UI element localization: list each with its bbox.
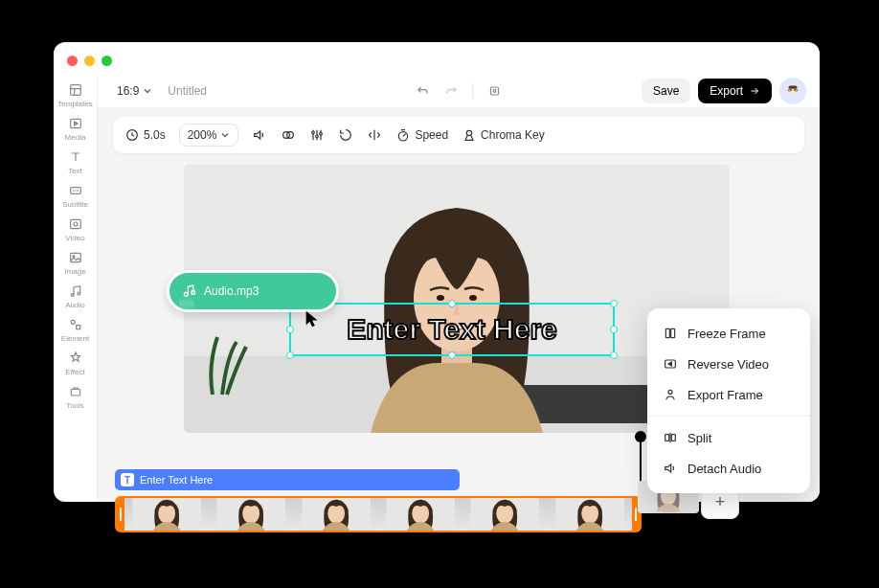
text-icon	[68, 149, 83, 165]
sidebar-item-image[interactable]: Image	[56, 250, 95, 276]
svg-point-80	[668, 390, 672, 394]
svg-point-27	[399, 132, 408, 141]
project-title-input[interactable]	[168, 84, 311, 98]
timeline-text-track[interactable]: T Enter Text Here	[115, 469, 460, 490]
crop-icon[interactable]	[487, 83, 503, 99]
sidebar-item-label: Audio	[65, 301, 84, 309]
volume-icon[interactable]	[252, 127, 267, 143]
menu-item-export-frame[interactable]: Export Frame	[647, 379, 810, 410]
sidebar-item-media[interactable]: Media	[56, 116, 95, 142]
chroma-icon	[462, 127, 477, 143]
resize-handle-e[interactable]	[610, 326, 618, 333]
header-center	[416, 83, 503, 99]
resize-handle-sw[interactable]	[286, 351, 294, 359]
timeline: T Enter Text Here	[115, 469, 705, 536]
svg-rect-81	[665, 435, 669, 441]
context-menu: Freeze Frame Reverse Video Export Frame …	[647, 308, 810, 493]
export-button[interactable]: Export	[698, 79, 772, 103]
svg-point-8	[78, 292, 80, 295]
clock-icon	[124, 127, 140, 143]
menu-item-label: Freeze Frame	[687, 327, 766, 341]
svg-point-34	[437, 295, 444, 301]
svg-rect-16	[789, 86, 798, 89]
export-label: Export	[710, 84, 743, 98]
svg-rect-5	[70, 253, 80, 261]
resize-handle-n[interactable]	[448, 300, 456, 307]
chevron-down-icon	[143, 86, 152, 96]
resize-handle-w[interactable]	[286, 326, 294, 333]
sidebar-item-templates[interactable]: Templates	[56, 82, 95, 108]
reverse-video-icon	[663, 356, 678, 372]
sidebar-item-label: Templates	[57, 100, 92, 108]
media-icon	[68, 116, 83, 131]
menu-item-label: Reverse Video	[687, 357, 769, 372]
sidebar-item-audio[interactable]: Audio	[56, 283, 95, 309]
stage: 5.0s 200% Speed Chroma Key	[98, 107, 820, 502]
minimize-window-button[interactable]	[84, 56, 95, 66]
duration-value: 5.0s	[144, 128, 166, 142]
timeline-video-track[interactable]	[115, 496, 642, 532]
text-track-icon: T	[121, 473, 134, 486]
resize-handle-s[interactable]	[448, 351, 456, 359]
flip-icon[interactable]	[367, 127, 382, 143]
clip-thumbnail	[548, 498, 632, 531]
aspect-ratio-select[interactable]: 16:9	[111, 80, 158, 102]
menu-item-label: Split	[687, 431, 711, 445]
window-controls	[67, 56, 112, 66]
menu-item-label: Export Frame	[687, 388, 763, 402]
svg-point-24	[312, 131, 315, 134]
audio-tag[interactable]: Audio.mp3	[167, 270, 339, 312]
audio-filename: Audio.mp3	[204, 284, 259, 298]
menu-item-split[interactable]: Split	[647, 422, 810, 453]
chroma-key-button[interactable]: Chroma Key	[462, 127, 545, 143]
svg-point-7	[71, 294, 74, 297]
sidebar-item-subtitle[interactable]: Subtitle	[56, 183, 95, 209]
undo-icon[interactable]	[416, 83, 431, 99]
tools-icon	[68, 384, 83, 399]
sidebar-item-text[interactable]: Text	[56, 149, 95, 175]
effect-icon	[68, 351, 83, 366]
redo-icon[interactable]	[444, 83, 460, 99]
menu-item-reverse-video[interactable]: Reverse Video	[647, 349, 810, 379]
sidebar-item-label: Image	[64, 267, 85, 276]
sidebar-item-label: Subtitle	[62, 200, 88, 209]
zoom-select[interactable]: 200%	[179, 124, 239, 147]
close-window-button[interactable]	[67, 56, 78, 66]
clip-thumbnail	[294, 498, 378, 531]
maximize-window-button[interactable]	[101, 56, 112, 66]
rotate-icon[interactable]	[338, 127, 353, 143]
arrow-right-icon	[749, 85, 760, 97]
speed-button[interactable]: Speed	[395, 127, 448, 143]
sidebar-item-video[interactable]: Video	[56, 216, 95, 242]
sidebar-item-effect[interactable]: Effect	[56, 351, 95, 376]
export-frame-icon	[663, 387, 678, 402]
resize-handle-ne[interactable]	[610, 300, 618, 307]
save-button[interactable]: Save	[642, 79, 690, 103]
svg-point-25	[316, 135, 319, 138]
text-overlay-content: Enter Text Here	[347, 313, 557, 346]
chroma-label: Chroma Key	[481, 128, 545, 142]
element-icon	[68, 317, 83, 332]
menu-item-freeze-frame[interactable]: Freeze Frame	[647, 318, 810, 349]
sidebar-item-element[interactable]: Element	[56, 317, 95, 343]
text-overlay-box[interactable]: Enter Text Here	[289, 303, 615, 356]
svg-point-9	[71, 320, 75, 324]
sidebar-item-tools[interactable]: Tools	[56, 384, 95, 410]
audio-icon	[68, 283, 83, 299]
svg-rect-10	[76, 326, 79, 329]
adjust-icon[interactable]	[309, 127, 325, 143]
detach-audio-icon	[663, 461, 678, 476]
duration-display[interactable]: 5.0s	[124, 127, 166, 143]
templates-icon	[68, 82, 83, 98]
avatar-face-icon	[782, 80, 803, 102]
menu-item-detach-audio[interactable]: Detach Audio	[647, 453, 810, 484]
svg-rect-3	[70, 219, 80, 228]
sidebar: Templates Media Text Subtitle Video Imag…	[54, 75, 98, 502]
color-icon[interactable]	[281, 127, 296, 143]
resize-handle-se[interactable]	[610, 351, 618, 359]
freeze-frame-icon	[663, 326, 678, 341]
sidebar-item-label: Media	[65, 133, 86, 142]
clip-handle-left[interactable]	[117, 498, 124, 531]
app-window: Templates Media Text Subtitle Video Imag…	[54, 42, 820, 502]
user-avatar[interactable]	[779, 78, 806, 104]
